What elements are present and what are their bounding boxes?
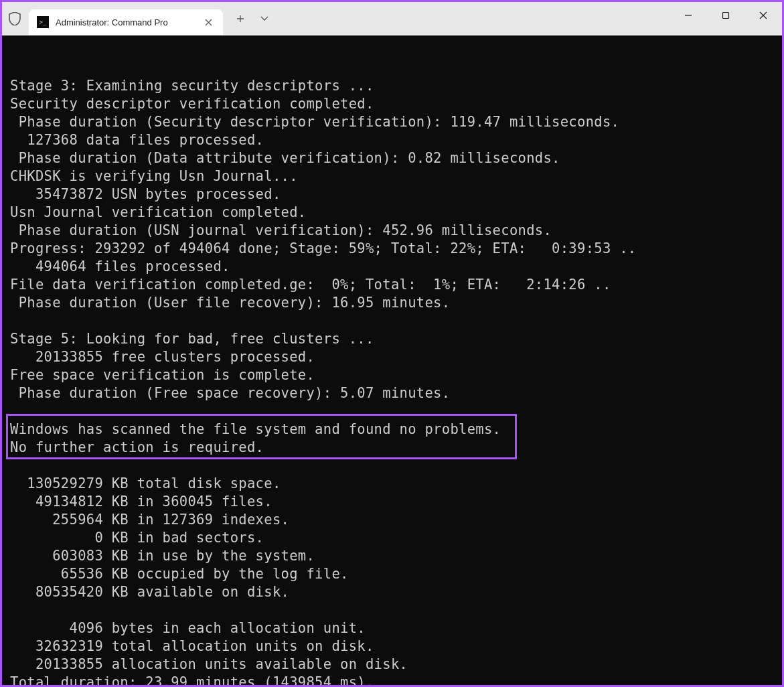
window-controls — [670, 2, 782, 29]
maximize-button[interactable] — [707, 2, 744, 29]
tab-dropdown-button[interactable] — [252, 7, 277, 31]
svg-rect-0 — [723, 13, 729, 19]
titlebar: >_ Administrator: Command Pro — [2, 2, 782, 35]
terminal-text: Stage 3: Examining security descriptors … — [10, 77, 774, 685]
close-button[interactable] — [744, 2, 782, 29]
new-tab-button[interactable] — [228, 7, 252, 31]
minimize-button[interactable] — [670, 2, 707, 29]
shield-icon — [7, 11, 22, 26]
tab-close-button[interactable] — [202, 15, 215, 29]
terminal-output[interactable]: Stage 3: Examining security descriptors … — [2, 35, 782, 685]
tab-title: Administrator: Command Pro — [56, 17, 195, 27]
terminal-tab[interactable]: >_ Administrator: Command Pro — [29, 9, 223, 35]
terminal-icon: >_ — [37, 16, 49, 28]
